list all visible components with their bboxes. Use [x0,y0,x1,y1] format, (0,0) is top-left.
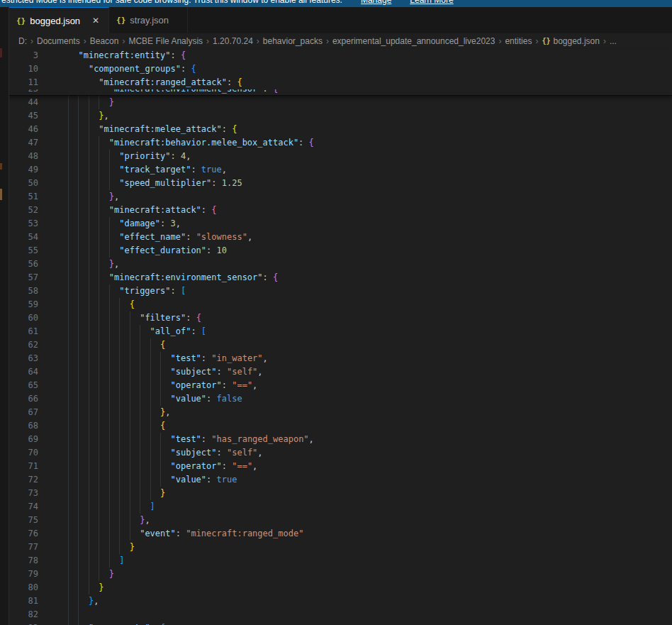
line-content[interactable]: { [68,298,672,311]
code-line-11[interactable]: 11 "minecraft:ranged_attack": { [9,76,672,89]
breadcrumb-item-mcbe-file-analysis[interactable]: MCBE File Analysis [128,36,203,46]
code-line-63[interactable]: 63 "test": "in_water", [9,352,672,365]
line-content[interactable]: }, [68,258,672,271]
line-number[interactable]: 67 [9,406,38,419]
code-line-77[interactable]: 77 } [9,541,672,554]
line-content[interactable]: } [68,581,672,594]
code-line-67[interactable]: 67 }, [9,406,672,419]
code-line-57[interactable]: 57 "minecraft:environment_sensor": { [9,271,672,284]
line-number[interactable]: 69 [9,433,38,446]
code-line-47[interactable]: 47 "minecraft:behavior.melee_box_attack"… [9,136,672,150]
code-line-68[interactable]: 68 { [9,419,672,433]
line-content[interactable]: "value": false [68,392,672,406]
line-number[interactable]: 73 [9,487,38,500]
line-number[interactable]: 72 [9,473,38,487]
code-line-62[interactable]: 62 { [9,338,672,352]
line-number[interactable]: 58 [9,284,38,298]
line-content[interactable]: }, [68,594,672,608]
code-line-73[interactable]: 73 } [9,487,672,500]
line-number[interactable]: 48 [9,150,38,163]
code-line-55[interactable]: 55 "effect_duration": 10 [9,244,672,258]
code-line-64[interactable]: 64 "subject": "self", [9,365,672,379]
sticky-partial-line[interactable]: 23 "minecraft:environment_sensor": { [9,89,672,96]
line-number[interactable]: 83 [9,621,38,625]
line-content[interactable]: { [68,419,672,433]
line-content[interactable]: } [68,568,672,581]
line-content[interactable]: } [68,96,672,109]
code-line-70[interactable]: 70 "subject": "self", [9,446,672,460]
line-content[interactable]: "event": "minecraft:ranged_mode" [68,527,672,541]
line-content[interactable]: "test": "in_water", [68,352,672,365]
code-line-23[interactable]: 23 "minecraft:environment_sensor": { [9,89,672,96]
line-content[interactable]: "damage": 3, [68,217,672,231]
line-content[interactable] [68,608,672,621]
line-number[interactable]: 82 [9,608,38,621]
breadcrumb-item-entities[interactable]: entities [505,36,532,46]
line-number[interactable]: 68 [9,419,38,433]
line-number[interactable]: 81 [9,594,38,608]
code-line-69[interactable]: 69 "test": "has_ranged_weapon", [9,433,672,446]
line-content[interactable]: "minecraft:environment_sensor": { [68,271,672,284]
code-line-54[interactable]: 54 "effect_name": "slowness", [9,231,672,244]
line-content[interactable]: "minecraft:melee_attack": { [68,123,672,136]
code-line-71[interactable]: 71 "operator": "==", [9,460,672,473]
line-content[interactable]: "minecraft:ranged_attack": { [68,76,672,89]
line-content[interactable]: { [68,338,672,352]
line-number[interactable]: 23 [9,89,38,96]
line-content[interactable]: "minecraft:entity": { [68,49,672,62]
code-line-82[interactable]: 82 [9,608,672,621]
line-number[interactable]: 10 [9,62,38,76]
line-number[interactable]: 66 [9,392,38,406]
code-line-50[interactable]: 50 "speed_multiplier": 1.25 [9,177,672,190]
line-number[interactable]: 11 [9,76,38,89]
code-line-72[interactable]: 72 "value": true [9,473,672,487]
line-number[interactable]: 44 [9,96,38,109]
code-line-56[interactable]: 56 }, [9,258,672,271]
sticky-scroll[interactable]: 3 "minecraft:entity": {10 "component_gro… [9,49,672,96]
line-number[interactable]: 61 [9,325,38,338]
breadcrumb-item-beacon[interactable]: Beacon [90,36,119,46]
code-line-79[interactable]: 79 } [9,568,672,581]
line-content[interactable]: "subject": "self", [68,365,672,379]
line-number[interactable]: 46 [9,123,38,136]
line-number[interactable]: 49 [9,163,38,177]
line-number[interactable]: 3 [9,49,38,62]
line-number[interactable]: 55 [9,244,38,258]
line-number[interactable]: 76 [9,527,38,541]
line-content[interactable]: } [68,541,672,554]
line-number[interactable]: 52 [9,204,38,217]
code-lines[interactable]: 44 }45 },46 "minecraft:melee_attack": {4… [9,96,672,625]
line-number[interactable]: 57 [9,271,38,284]
line-content[interactable]: }, [68,514,672,527]
code-line-59[interactable]: 59 { [9,298,672,311]
line-number[interactable]: 78 [9,554,38,568]
line-content[interactable]: }, [68,406,672,419]
code-line-3[interactable]: 3 "minecraft:entity": { [9,49,672,62]
code-line-46[interactable]: 46 "minecraft:melee_attack": { [9,123,672,136]
breadcrumb-item-bogged-json[interactable]: {}bogged.json [542,36,599,46]
line-number[interactable]: 47 [9,136,38,150]
line-number[interactable]: 51 [9,190,38,204]
line-content[interactable]: "speed_multiplier": 1.25 [68,177,672,190]
line-number[interactable]: 50 [9,177,38,190]
code-line-75[interactable]: 75 }, [9,514,672,527]
line-number[interactable]: 53 [9,217,38,231]
line-number[interactable]: 79 [9,568,38,581]
code-line-74[interactable]: 74 ] [9,500,672,514]
line-content[interactable]: "effect_name": "slowness", [68,231,672,244]
line-content[interactable]: "filters": { [68,311,672,325]
breadcrumb-item-experimental_update_announced_live2023[interactable]: experimental_update_announced_live2023 [332,36,495,46]
line-content[interactable]: "track_target": true, [68,163,672,177]
line-number[interactable]: 54 [9,231,38,244]
line-content[interactable]: "priority": 4, [68,150,672,163]
breadcrumb-item-1-20-70-24[interactable]: 1.20.70.24 [213,36,253,46]
breadcrumb-item-d-[interactable]: D: [18,36,27,46]
line-number[interactable]: 70 [9,446,38,460]
line-content[interactable]: "value": true [68,473,672,487]
code-line-52[interactable]: 52 "minecraft:attack": { [9,204,672,217]
code-line-76[interactable]: 76 "event": "minecraft:ranged_mode" [9,527,672,541]
line-number[interactable]: 59 [9,298,38,311]
code-line-48[interactable]: 48 "priority": 4, [9,150,672,163]
line-number[interactable]: 62 [9,338,38,352]
breadcrumb-item-documents[interactable]: Documents [37,36,80,46]
